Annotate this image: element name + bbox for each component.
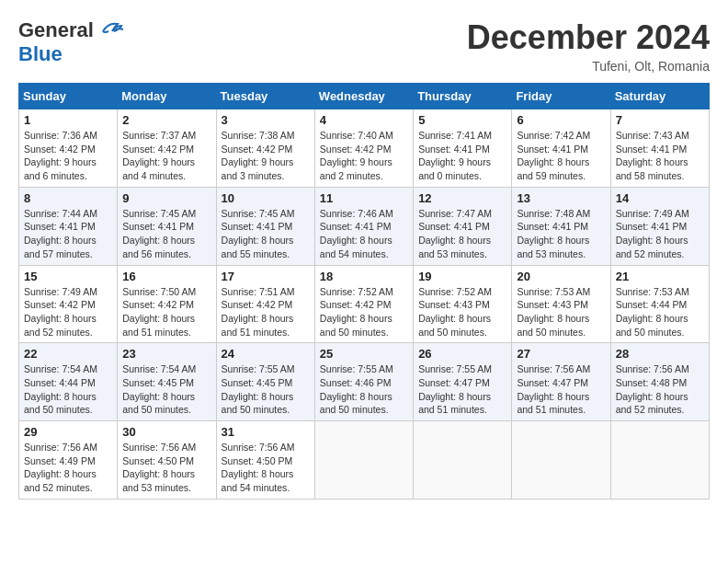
day-number: 8 <box>24 191 112 205</box>
weekday-header-sunday: Sunday <box>19 84 118 109</box>
day-info: Sunrise: 7:55 AMSunset: 4:47 PMDaylight:… <box>418 362 506 417</box>
day-info: Sunrise: 7:49 AMSunset: 4:41 PMDaylight:… <box>616 207 704 261</box>
day-info: Sunrise: 7:37 AMSunset: 4:42 PMDaylight:… <box>122 129 210 183</box>
day-number: 15 <box>24 270 112 283</box>
day-info: Sunrise: 7:54 AMSunset: 4:44 PMDaylight:… <box>24 362 112 417</box>
page-header: General Blue December 2024 Tufeni, Olt, … <box>18 18 710 74</box>
day-info: Sunrise: 7:46 AMSunset: 4:41 PMDaylight:… <box>320 207 408 261</box>
calendar-cell: 19Sunrise: 7:52 AMSunset: 4:43 PMDayligh… <box>414 265 512 343</box>
day-info: Sunrise: 7:55 AMSunset: 4:46 PMDaylight:… <box>320 362 408 417</box>
logo-bird-icon <box>96 18 125 39</box>
day-number: 13 <box>517 191 605 205</box>
calendar-cell: 30Sunrise: 7:56 AMSunset: 4:50 PMDayligh… <box>118 421 216 500</box>
day-number: 28 <box>616 347 704 361</box>
day-number: 25 <box>320 347 408 361</box>
day-number: 1 <box>24 113 112 127</box>
day-number: 11 <box>320 191 408 205</box>
day-info: Sunrise: 7:40 AMSunset: 4:42 PMDaylight:… <box>320 129 408 183</box>
day-info: Sunrise: 7:41 AMSunset: 4:41 PMDaylight:… <box>418 129 506 183</box>
calendar-cell: 9Sunrise: 7:45 AMSunset: 4:41 PMDaylight… <box>118 187 216 265</box>
day-number: 4 <box>320 113 408 127</box>
day-number: 30 <box>122 425 210 439</box>
day-info: Sunrise: 7:50 AMSunset: 4:42 PMDaylight:… <box>122 285 210 339</box>
weekday-header-wednesday: Wednesday <box>314 84 413 109</box>
calendar-cell: 10Sunrise: 7:45 AMSunset: 4:41 PMDayligh… <box>216 187 314 265</box>
calendar-cell: 23Sunrise: 7:54 AMSunset: 4:45 PMDayligh… <box>118 343 216 421</box>
calendar-cell: 15Sunrise: 7:49 AMSunset: 4:42 PMDayligh… <box>19 265 118 343</box>
day-info: Sunrise: 7:45 AMSunset: 4:41 PMDaylight:… <box>222 207 310 261</box>
calendar-cell: 2Sunrise: 7:37 AMSunset: 4:42 PMDaylight… <box>118 109 216 188</box>
day-number: 3 <box>222 113 310 127</box>
calendar-cell: 18Sunrise: 7:52 AMSunset: 4:42 PMDayligh… <box>314 265 413 343</box>
day-number: 12 <box>418 191 506 205</box>
day-info: Sunrise: 7:56 AMSunset: 4:47 PMDaylight:… <box>517 362 605 417</box>
day-info: Sunrise: 7:56 AMSunset: 4:49 PMDaylight:… <box>24 441 112 495</box>
calendar-cell: 20Sunrise: 7:53 AMSunset: 4:43 PMDayligh… <box>512 265 610 343</box>
day-number: 22 <box>24 347 112 361</box>
day-info: Sunrise: 7:54 AMSunset: 4:45 PMDaylight:… <box>122 362 210 417</box>
calendar-cell <box>512 421 610 500</box>
day-number: 20 <box>517 270 605 283</box>
calendar-table: SundayMondayTuesdayWednesdayThursdayFrid… <box>18 83 710 500</box>
day-number: 5 <box>418 113 506 127</box>
location-text: Tufeni, Olt, Romania <box>467 59 710 74</box>
day-info: Sunrise: 7:44 AMSunset: 4:41 PMDaylight:… <box>24 207 112 261</box>
calendar-cell: 22Sunrise: 7:54 AMSunset: 4:44 PMDayligh… <box>19 343 118 421</box>
calendar-cell: 6Sunrise: 7:42 AMSunset: 4:41 PMDaylight… <box>512 109 610 188</box>
calendar-cell: 3Sunrise: 7:38 AMSunset: 4:42 PMDaylight… <box>216 109 314 188</box>
day-info: Sunrise: 7:56 AMSunset: 4:50 PMDaylight:… <box>122 441 210 495</box>
day-info: Sunrise: 7:43 AMSunset: 4:41 PMDaylight:… <box>616 129 704 183</box>
calendar-cell: 31Sunrise: 7:56 AMSunset: 4:50 PMDayligh… <box>216 421 314 500</box>
day-number: 27 <box>517 347 605 361</box>
day-number: 18 <box>320 270 408 283</box>
day-number: 19 <box>418 270 506 283</box>
calendar-cell: 21Sunrise: 7:53 AMSunset: 4:44 PMDayligh… <box>610 265 709 343</box>
month-title: December 2024 <box>467 18 710 57</box>
calendar-cell: 26Sunrise: 7:55 AMSunset: 4:47 PMDayligh… <box>414 343 512 421</box>
day-number: 29 <box>24 425 112 439</box>
day-number: 17 <box>222 270 310 283</box>
calendar-cell: 4Sunrise: 7:40 AMSunset: 4:42 PMDaylight… <box>314 109 413 188</box>
logo-general-text: General <box>18 18 94 42</box>
logo: General Blue <box>18 18 125 66</box>
calendar-cell: 29Sunrise: 7:56 AMSunset: 4:49 PMDayligh… <box>19 421 118 500</box>
day-number: 16 <box>122 270 210 283</box>
calendar-cell <box>610 421 709 500</box>
calendar-cell: 7Sunrise: 7:43 AMSunset: 4:41 PMDaylight… <box>610 109 709 188</box>
weekday-header-monday: Monday <box>118 84 216 109</box>
title-area: December 2024 Tufeni, Olt, Romania <box>467 18 710 74</box>
day-number: 7 <box>616 113 704 127</box>
calendar-cell <box>314 421 413 500</box>
calendar-cell: 17Sunrise: 7:51 AMSunset: 4:42 PMDayligh… <box>216 265 314 343</box>
day-info: Sunrise: 7:38 AMSunset: 4:42 PMDaylight:… <box>222 129 310 183</box>
day-number: 24 <box>222 347 310 361</box>
day-number: 2 <box>122 113 210 127</box>
day-info: Sunrise: 7:56 AMSunset: 4:50 PMDaylight:… <box>222 441 310 495</box>
calendar-cell: 12Sunrise: 7:47 AMSunset: 4:41 PMDayligh… <box>414 187 512 265</box>
day-info: Sunrise: 7:42 AMSunset: 4:41 PMDaylight:… <box>517 129 605 183</box>
calendar-cell: 1Sunrise: 7:36 AMSunset: 4:42 PMDaylight… <box>19 109 118 188</box>
day-number: 10 <box>222 191 310 205</box>
calendar-cell: 14Sunrise: 7:49 AMSunset: 4:41 PMDayligh… <box>610 187 709 265</box>
calendar-cell <box>414 421 512 500</box>
day-info: Sunrise: 7:36 AMSunset: 4:42 PMDaylight:… <box>24 129 112 183</box>
calendar-cell: 16Sunrise: 7:50 AMSunset: 4:42 PMDayligh… <box>118 265 216 343</box>
day-info: Sunrise: 7:52 AMSunset: 4:42 PMDaylight:… <box>320 285 408 339</box>
day-number: 9 <box>122 191 210 205</box>
day-info: Sunrise: 7:56 AMSunset: 4:48 PMDaylight:… <box>616 362 704 417</box>
day-info: Sunrise: 7:49 AMSunset: 4:42 PMDaylight:… <box>24 285 112 339</box>
day-info: Sunrise: 7:53 AMSunset: 4:43 PMDaylight:… <box>517 285 605 339</box>
calendar-cell: 13Sunrise: 7:48 AMSunset: 4:41 PMDayligh… <box>512 187 610 265</box>
day-number: 26 <box>418 347 506 361</box>
day-number: 6 <box>517 113 605 127</box>
calendar-cell: 28Sunrise: 7:56 AMSunset: 4:48 PMDayligh… <box>610 343 709 421</box>
weekday-header-friday: Friday <box>512 84 610 109</box>
calendar-cell: 27Sunrise: 7:56 AMSunset: 4:47 PMDayligh… <box>512 343 610 421</box>
day-number: 23 <box>122 347 210 361</box>
day-number: 31 <box>222 425 310 439</box>
weekday-header-thursday: Thursday <box>414 84 512 109</box>
weekday-header-saturday: Saturday <box>610 84 709 109</box>
calendar-cell: 11Sunrise: 7:46 AMSunset: 4:41 PMDayligh… <box>314 187 413 265</box>
day-info: Sunrise: 7:55 AMSunset: 4:45 PMDaylight:… <box>222 362 310 417</box>
day-number: 14 <box>616 191 704 205</box>
